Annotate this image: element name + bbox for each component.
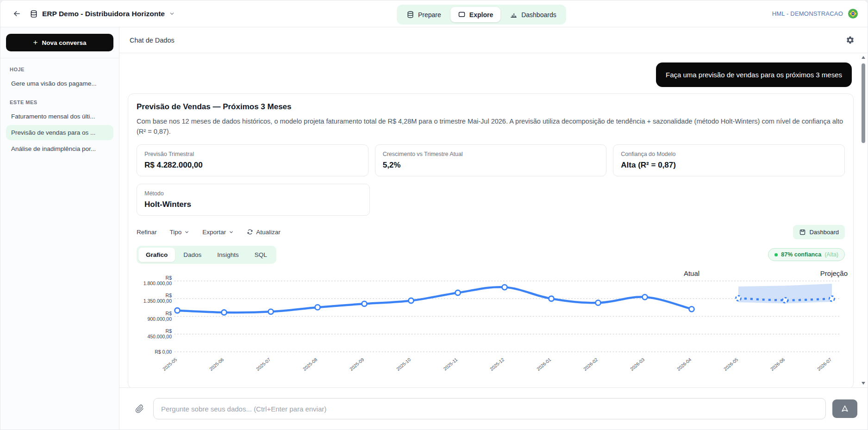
svg-text:2026-02: 2026-02 [582, 357, 599, 372]
type-dropdown[interactable]: Tipo [170, 227, 190, 237]
metric-label: Previsão Trimestral [144, 151, 361, 157]
bar-chart-icon [510, 11, 518, 19]
refine-button[interactable]: Refinar [137, 227, 157, 237]
add-to-dashboard-button[interactable]: Dashboard [793, 225, 845, 239]
svg-text:2025-10: 2025-10 [395, 357, 412, 372]
svg-text:2026-01: 2026-01 [536, 357, 552, 372]
conversation-item[interactable]: Análise de inadimplência por... [6, 141, 113, 156]
plus-icon: + [33, 38, 38, 47]
confidence-suffix: (Alta) [824, 251, 838, 258]
back-button[interactable] [10, 6, 24, 21]
chat-icon [458, 11, 466, 19]
paperclip-icon [135, 405, 144, 413]
svg-text:R$: R$ [166, 275, 172, 280]
chat-panel-title: Chat de Dados [130, 37, 175, 44]
datasource-selector[interactable]: ERP Demo - Distribuidora Horizonte [30, 10, 175, 18]
svg-text:2026-04: 2026-04 [676, 357, 693, 372]
new-conversation-button[interactable]: + Nova conversa [6, 34, 113, 51]
metric-label: Confiança do Modelo [621, 151, 837, 157]
tab-label: Prepare [418, 11, 441, 19]
metric-value: 5,2% [383, 161, 599, 170]
svg-text:2025-12: 2025-12 [489, 357, 506, 372]
metric-card-previsao: Previsão Trimestral R$ 4.282.000,00 [137, 144, 368, 176]
conversation-item[interactable]: Gere uma visão dos pagame... [6, 76, 113, 91]
tab-dashboards[interactable]: Dashboards [502, 7, 564, 22]
svg-text:2025-06: 2025-06 [208, 357, 225, 372]
result-toolbar: Refinar Tipo Exportar [137, 225, 845, 239]
main-nav-tabs: Prepare Explore Dashboards [397, 5, 566, 25]
chat-scroll-area[interactable]: Faça uma previsão de vendas para os próx… [119, 53, 868, 387]
svg-text:1.800.000,00: 1.800.000,00 [144, 280, 172, 286]
confidence-text: 87% confianca [781, 251, 821, 258]
app-window: ERP Demo - Distribuidora Horizonte Prepa… [0, 0, 868, 430]
dashboard-label: Dashboard [809, 229, 839, 236]
settings-button[interactable] [843, 33, 857, 47]
svg-text:R$: R$ [166, 310, 172, 316]
metric-label: Método [144, 190, 362, 197]
chevron-down-icon [169, 11, 175, 17]
scroll-up-arrow[interactable] [862, 56, 865, 59]
forecast-card-description: Com base nos 12 meses de dados histórico… [137, 116, 845, 137]
svg-text:Projeção: Projeção [820, 269, 848, 277]
arrow-left-icon [12, 9, 21, 18]
tab-dados[interactable]: Dados [176, 248, 209, 262]
send-button[interactable] [832, 399, 857, 418]
refine-label: Refinar [137, 229, 157, 236]
confidence-badge: 87% confianca (Alta) [768, 248, 845, 261]
brazil-flag-icon[interactable] [848, 8, 858, 19]
tab-prepare[interactable]: Prepare [399, 7, 449, 22]
tab-grafico[interactable]: Grafico [138, 248, 175, 262]
metric-card-crescimento: Crescimento vs Trimestre Atual 5,2% [375, 144, 607, 176]
gear-icon [846, 36, 855, 44]
export-dropdown[interactable]: Exportar [202, 227, 234, 237]
chat-panel: Chat de Dados Faça uma previsão de venda… [119, 27, 868, 430]
svg-text:R$: R$ [166, 328, 172, 334]
svg-text:2025-09: 2025-09 [349, 357, 365, 372]
save-icon [799, 229, 806, 236]
database-icon [406, 11, 414, 19]
message-composer [119, 387, 868, 430]
svg-text:450.000,00: 450.000,00 [147, 334, 172, 339]
svg-text:2026-06: 2026-06 [769, 357, 786, 372]
tab-insights[interactable]: Insights [210, 248, 246, 262]
refresh-button[interactable]: Atualizar [247, 227, 281, 237]
chart-canvas: R$1.800.000,00R$1.350.000,00R$900.000,00… [137, 268, 849, 382]
refresh-icon [247, 229, 253, 235]
forecast-card: Previsão de Vendas — Próximos 3 Meses Co… [128, 93, 854, 387]
scroll-down-arrow[interactable] [862, 382, 865, 385]
svg-text:2025-08: 2025-08 [302, 357, 318, 372]
scrollbar-thumb[interactable] [862, 63, 865, 143]
svg-text:2025-05: 2025-05 [162, 357, 178, 372]
conversation-item-active[interactable]: Previsão de vendas para os ... [6, 125, 113, 140]
tab-sql[interactable]: SQL [247, 248, 275, 262]
tab-explore[interactable]: Explore [450, 7, 500, 22]
svg-text:2026-03: 2026-03 [629, 357, 646, 372]
vertical-scrollbar[interactable] [860, 54, 867, 386]
attach-button[interactable] [132, 402, 147, 416]
section-title-este-mes: ESTE MES [10, 100, 110, 105]
top-header: ERP Demo - Distribuidora Horizonte Prepa… [0, 0, 868, 27]
metric-value: Alta (R² = 0,87) [621, 161, 837, 170]
chevron-down-icon [229, 230, 234, 235]
view-tabs: Grafico Dados Insights SQL [137, 246, 276, 264]
user-message-bubble: Faça uma previsão de vendas para os próx… [656, 62, 852, 87]
type-label: Tipo [170, 229, 182, 236]
metrics-row-1: Previsão Trimestral R$ 4.282.000,00 Cres… [137, 144, 845, 176]
metric-card-metodo: Método Holt-Winters [137, 184, 370, 216]
conversations-sidebar: + Nova conversa HOJE Gere uma visão dos … [0, 27, 119, 430]
tab-label: Dashboards [521, 11, 556, 19]
new-conversation-label: Nova conversa [42, 39, 86, 46]
svg-text:2026-07: 2026-07 [816, 357, 833, 372]
svg-text:R$ 0,00: R$ 0,00 [155, 349, 172, 355]
green-dot-icon [774, 253, 778, 256]
metrics-row-2: Método Holt-Winters [137, 184, 845, 216]
chat-header: Chat de Dados [119, 27, 868, 53]
svg-text:2025-07: 2025-07 [255, 357, 272, 372]
app-title: ERP Demo - Distribuidora Horizonte [42, 10, 165, 18]
svg-text:Atual: Atual [684, 269, 699, 277]
environment-label: HML - DEMONSTRACAO [772, 10, 843, 17]
environment-group: HML - DEMONSTRACAO [772, 8, 858, 19]
conversation-item[interactable]: Faturamento mensal dos últi... [6, 109, 113, 124]
chat-input[interactable] [153, 398, 826, 419]
database-icon [30, 10, 38, 18]
